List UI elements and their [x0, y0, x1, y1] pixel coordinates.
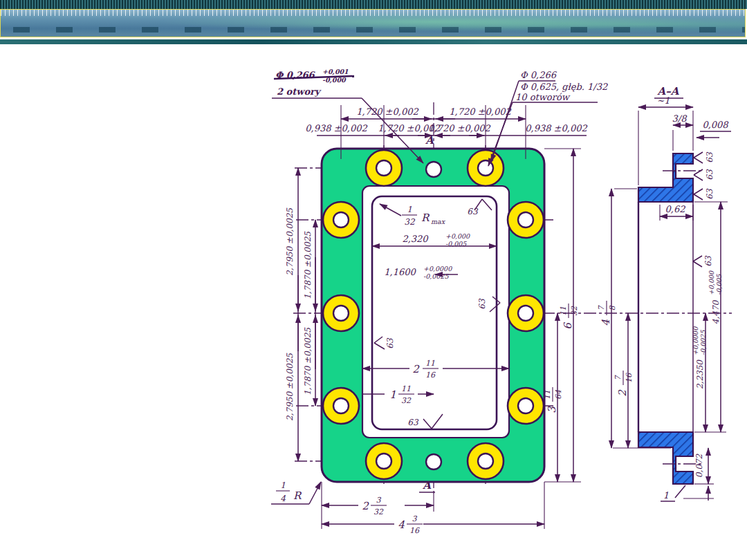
dim-1720-right-inner: 1,720 ±0,002: [428, 123, 490, 133]
svg-text:-0,005: -0,005: [715, 274, 723, 295]
svg-text:63: 63: [705, 151, 714, 163]
svg-text:2,320: 2,320: [402, 234, 429, 244]
dim-27950-lower: 2,7950 ±0,0025: [285, 353, 295, 421]
finish-mark-section-4: 63: [693, 255, 713, 267]
detail-ref: 1: [661, 485, 685, 501]
dim-thickness: ~1: [638, 95, 693, 185]
svg-text:63: 63: [705, 169, 714, 180]
svg-text:R: R: [293, 489, 302, 502]
technical-drawing: 1,720 ±0,002 1,720 ±0,002 0,938 ±0,002 1…: [0, 0, 747, 560]
svg-text:~1: ~1: [656, 95, 670, 106]
svg-text:1: 1: [663, 490, 669, 501]
svg-text:3: 3: [412, 514, 418, 523]
section-marker-top: A: [425, 134, 434, 147]
svg-text:32: 32: [374, 507, 384, 516]
svg-text:+0,000: +0,000: [445, 232, 470, 240]
dim-17870-lower: 1,7870 ±0,0025: [303, 327, 313, 395]
dim-runout: 0,008: [697, 120, 731, 138]
callout-two-holes-tol-plus: +0,001: [322, 68, 349, 75]
svg-text:+0,0000: +0,0000: [692, 326, 699, 355]
svg-text:4: 4: [280, 494, 286, 503]
dim-3-11-64: 3 11 64: [543, 387, 563, 413]
finish-mark-section-1: 63: [694, 151, 714, 163]
svg-text:3: 3: [376, 496, 382, 505]
svg-text:4,470: 4,470: [711, 299, 721, 324]
svg-text:8: 8: [608, 306, 617, 311]
dim-27950-upper: 2,7950 ±0,0025: [285, 207, 295, 276]
svg-text:6: 6: [562, 322, 574, 330]
svg-text:2,2350: 2,2350: [695, 360, 705, 389]
finish-mark-section-2: 63: [694, 169, 714, 180]
callout-two-holes-count: 2 otwory: [277, 86, 322, 97]
svg-text:1: 1: [280, 480, 286, 490]
svg-text:-0,005: -0,005: [445, 240, 467, 248]
svg-text:2: 2: [616, 389, 629, 397]
finish-mark-section-3: 63: [694, 188, 714, 200]
svg-text:16: 16: [625, 373, 634, 383]
callout-plate-corner-radius: 1 4 R: [271, 480, 321, 504]
svg-text:63: 63: [705, 188, 714, 200]
svg-text:32: 32: [404, 217, 416, 227]
section-bottom-material: [638, 432, 693, 484]
dim-height-overall-precise: 4,470 +0,000 -0,005: [694, 202, 728, 432]
svg-text:4: 4: [600, 319, 612, 326]
slide-page: 1,720 ±0,002 1,720 ±0,002 0,938 ±0,002 1…: [0, 0, 747, 560]
svg-text:11: 11: [543, 390, 552, 400]
svg-text:63: 63: [703, 255, 713, 267]
dim-height-half-frac: 2 7 16: [614, 313, 634, 448]
svg-text:63: 63: [407, 418, 419, 427]
svg-text:16: 16: [409, 526, 420, 535]
dim-0938-right: 0,938 ±0,002: [525, 123, 587, 133]
dim-right-overall: 6 11 32: [544, 149, 581, 482]
dim-bottom-half: 2 3 32: [322, 482, 544, 529]
svg-text:-0,0025: -0,0025: [699, 330, 707, 355]
svg-text:64: 64: [554, 389, 563, 400]
dim-height-overall-frac: 4 7 8: [597, 189, 671, 448]
callout-ten-holes-counterbore: Φ 0,625, głęb. 1/32: [520, 82, 608, 92]
svg-text:2: 2: [412, 363, 420, 375]
svg-text:2: 2: [362, 500, 369, 512]
svg-text:7: 7: [597, 305, 606, 311]
dim-counterbore-offset: 0,62: [660, 204, 693, 221]
dim-right-half: 3 11 64: [543, 313, 563, 482]
dim-17870-upper: 1,7870 ±0,0025: [303, 231, 313, 299]
dim-left-outer-chain: 2,7950 ±0,0025 2,7950 ±0,0025: [285, 168, 298, 461]
callout-ten-holes-dia: Φ 0,266: [520, 70, 557, 80]
svg-text:+0,000: +0,000: [708, 270, 715, 295]
svg-text:4: 4: [398, 519, 405, 531]
svg-text:0,072: 0,072: [694, 453, 704, 478]
svg-text:3/8: 3/8: [672, 113, 688, 124]
svg-text:R: R: [421, 212, 430, 224]
dim-0938-left: 0,938 ±0,002: [305, 123, 367, 133]
svg-text:1,1600: 1,1600: [384, 267, 416, 277]
svg-text:11: 11: [401, 384, 411, 393]
section-top-material: [638, 153, 693, 202]
svg-text:16: 16: [425, 371, 436, 380]
svg-text:1: 1: [389, 389, 396, 401]
svg-text:0,008: 0,008: [702, 120, 729, 130]
svg-text:3: 3: [546, 406, 558, 413]
section-view: A–A ~1 3/8: [597, 85, 731, 501]
dim-1720-right-outer: 1,720 ±0,002: [449, 106, 511, 117]
svg-text:63: 63: [385, 337, 395, 349]
svg-text:0,62: 0,62: [665, 204, 686, 214]
svg-text:7: 7: [614, 375, 622, 381]
svg-text:+0,0000: +0,0000: [423, 265, 452, 272]
dim-step-offset: 3/8: [672, 113, 693, 151]
dim-top-row2: 0,938 ±0,002 1,720 ±0,002 1,720 ±0,002 0…: [305, 123, 587, 136]
svg-text:32: 32: [570, 306, 579, 316]
svg-text:max: max: [431, 218, 446, 225]
svg-text:11: 11: [559, 306, 568, 316]
svg-text:1: 1: [407, 205, 412, 214]
dim-bottom-overall: 4 3 16: [322, 514, 544, 535]
svg-text:A: A: [422, 479, 432, 492]
callout-ten-holes-count: 10 otworów: [515, 92, 571, 102]
dim-1720-left-outer: 1,720 ±0,002: [356, 106, 418, 117]
plan-view: 1,720 ±0,002 1,720 ±0,002 0,938 ±0,002 1…: [271, 68, 732, 535]
svg-text:63: 63: [467, 207, 479, 216]
dim-6-11-32: 6 11 32: [559, 304, 579, 330]
svg-text:11: 11: [425, 359, 435, 368]
svg-text:63: 63: [477, 298, 487, 310]
svg-text:-0,0025: -0,0025: [423, 272, 449, 280]
svg-text:32: 32: [401, 396, 412, 405]
